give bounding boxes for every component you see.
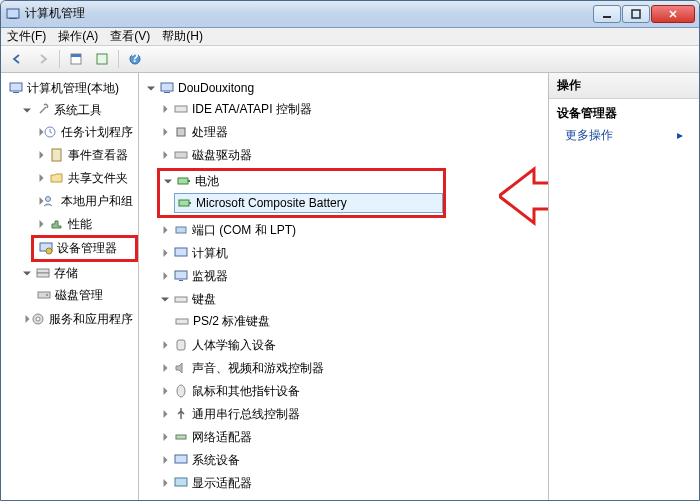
services-icon	[30, 311, 46, 327]
expander-icon[interactable]	[160, 478, 170, 488]
svg-rect-37	[177, 340, 185, 350]
disk-icon	[36, 287, 52, 303]
cat-sound[interactable]: 声音、视频和游戏控制器	[157, 358, 546, 379]
tree-local-users[interactable]: 本地用户和组	[33, 191, 136, 212]
sound-icon	[173, 360, 189, 376]
expander-icon[interactable]	[146, 83, 156, 93]
cat-hid[interactable]: 人体学输入设备	[157, 335, 546, 356]
expander-icon[interactable]	[22, 268, 32, 278]
label: 监视器	[192, 268, 228, 285]
tree-device-manager[interactable]: 设备管理器	[33, 237, 136, 260]
label: 端口 (COM 和 LPT)	[192, 222, 296, 239]
computer-icon	[8, 80, 24, 96]
expander-icon[interactable]	[36, 127, 39, 137]
menu-file[interactable]: 文件(F)	[7, 28, 46, 45]
cat-system-devices[interactable]: 系统设备	[157, 450, 546, 471]
cat-battery[interactable]: 电池	[160, 171, 443, 192]
minimize-button[interactable]	[593, 5, 621, 23]
refresh-button[interactable]	[90, 48, 114, 70]
cat-ports[interactable]: 端口 (COM 和 LPT)	[157, 220, 546, 241]
menu-view[interactable]: 查看(V)	[110, 28, 150, 45]
usb-icon	[173, 406, 189, 422]
expander-icon[interactable]	[160, 248, 170, 258]
window-title: 计算机管理	[25, 5, 593, 22]
expander-icon[interactable]	[160, 455, 170, 465]
svg-point-13	[46, 197, 51, 202]
label: 存储	[54, 265, 78, 282]
expander-icon[interactable]	[36, 173, 46, 183]
label: 声音、视频和游戏控制器	[192, 360, 324, 377]
expander-icon[interactable]	[160, 104, 170, 114]
menu-action[interactable]: 操作(A)	[58, 28, 98, 45]
expander-icon[interactable]	[160, 363, 170, 373]
expander-icon[interactable]	[160, 271, 170, 281]
svg-rect-41	[175, 478, 187, 486]
cat-disk[interactable]: 磁盘驱动器	[157, 145, 546, 166]
properties-button[interactable]	[64, 48, 88, 70]
close-button[interactable]	[651, 5, 695, 23]
tree-task-scheduler[interactable]: 任务计划程序	[33, 122, 136, 143]
cat-computers[interactable]: 计算机	[157, 243, 546, 264]
menu-help[interactable]: 帮助(H)	[162, 28, 203, 45]
expander-icon[interactable]	[36, 150, 46, 160]
expander-icon[interactable]	[160, 409, 170, 419]
titlebar: 计算机管理	[1, 1, 699, 28]
expander-icon[interactable]	[160, 150, 170, 160]
svg-rect-3	[632, 10, 640, 18]
tree-event-viewer[interactable]: 事件查看器	[33, 145, 136, 166]
tree-services[interactable]: 服务和应用程序	[19, 309, 136, 330]
svg-rect-40	[175, 455, 187, 463]
svg-rect-5	[71, 54, 81, 57]
expander-icon[interactable]	[22, 105, 32, 115]
label: Microsoft Composite Battery	[196, 196, 347, 210]
mmc-window: 计算机管理 文件(F) 操作(A) 查看(V) 帮助(H) ? 计算机管理(本地	[0, 0, 700, 501]
expander-icon[interactable]	[160, 432, 170, 442]
tree-root[interactable]: 计算机管理(本地)	[5, 78, 136, 99]
expander-icon[interactable]	[36, 196, 39, 206]
cat-display[interactable]: 显示适配器	[157, 473, 546, 494]
svg-rect-27	[178, 178, 188, 184]
expander-icon[interactable]	[160, 225, 170, 235]
expander-icon[interactable]	[22, 314, 27, 324]
device-ps2-keyboard[interactable]: PS/2 标准键盘	[171, 311, 546, 332]
cat-network[interactable]: 网络适配器	[157, 427, 546, 448]
cat-ide[interactable]: IDE ATA/ATAPI 控制器	[157, 99, 546, 120]
maximize-button[interactable]	[622, 5, 650, 23]
label: 显示适配器	[192, 475, 252, 492]
label: 通用串行总线控制器	[192, 406, 300, 423]
tree-shared-folders[interactable]: 共享文件夹	[33, 168, 136, 189]
cat-mice[interactable]: 鼠标和其他指针设备	[157, 381, 546, 402]
expander-icon[interactable]	[160, 294, 170, 304]
svg-rect-30	[189, 202, 191, 204]
label: 网络适配器	[192, 429, 252, 446]
cat-keyboards[interactable]: 键盘	[157, 289, 546, 310]
svg-rect-35	[175, 297, 187, 302]
expander-icon[interactable]	[160, 386, 170, 396]
battery-icon	[176, 173, 192, 189]
svg-point-38	[177, 385, 185, 397]
help-button[interactable]: ?	[123, 48, 147, 70]
expander-icon[interactable]	[160, 127, 170, 137]
label: 鼠标和其他指针设备	[192, 383, 300, 400]
label: 设备管理器	[57, 240, 117, 257]
expander-icon[interactable]	[160, 340, 170, 350]
tree-disk-mgmt[interactable]: 磁盘管理	[33, 285, 136, 306]
svg-rect-22	[161, 83, 173, 91]
expander-icon[interactable]	[36, 219, 46, 229]
cat-cpu[interactable]: 处理器	[157, 122, 546, 143]
computer-icon	[159, 80, 175, 96]
tree-performance[interactable]: 性能	[33, 214, 136, 235]
device-battery-composite[interactable]: Microsoft Composite Battery	[174, 193, 443, 213]
cat-monitors[interactable]: 监视器	[157, 266, 546, 287]
forward-button[interactable]	[31, 48, 55, 70]
tree-system-tools[interactable]: 系统工具	[19, 100, 136, 121]
annotation-arrow	[499, 161, 549, 231]
device-root[interactable]: DouDouxitong	[143, 78, 546, 98]
back-button[interactable]	[5, 48, 29, 70]
expander-icon[interactable]	[163, 176, 173, 186]
cat-usb[interactable]: 通用串行总线控制器	[157, 404, 546, 425]
tree-storage[interactable]: 存储	[19, 263, 136, 284]
device-manager-icon	[38, 240, 54, 256]
action-more[interactable]: 更多操作 ▸	[557, 124, 691, 147]
svg-rect-23	[164, 92, 170, 93]
